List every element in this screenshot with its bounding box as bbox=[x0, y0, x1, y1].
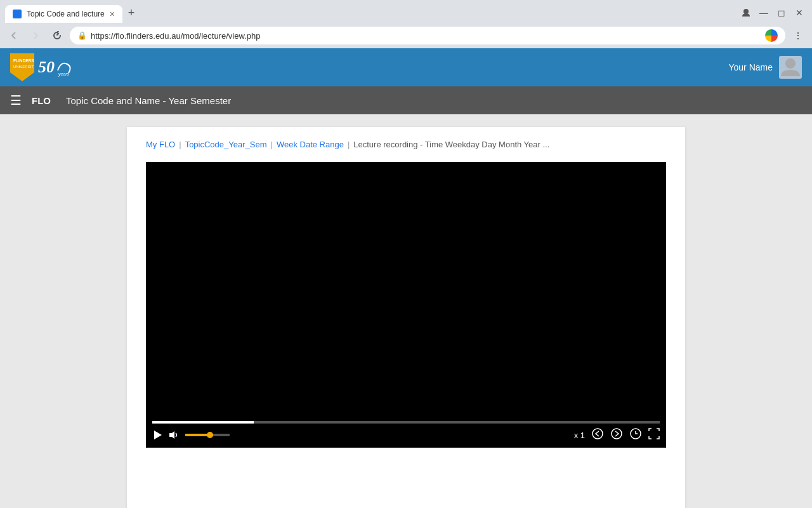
svg-point-5 bbox=[785, 58, 796, 69]
address-box[interactable]: 🔒 https://flo.flinders.edu.au/mod/lectur… bbox=[70, 27, 785, 44]
fifty-years-badge: 50 years bbox=[38, 58, 74, 77]
breadcrumb-sep-1: | bbox=[179, 140, 181, 149]
content-card: My FLO | TopicCode_Year_Sem | Week Date … bbox=[127, 127, 685, 508]
controls-row: x 1 bbox=[152, 427, 660, 443]
breadcrumb-topic-code[interactable]: TopicCode_Year_Sem bbox=[185, 140, 267, 149]
svg-point-0 bbox=[743, 9, 749, 14]
skip-forward-button[interactable] bbox=[610, 427, 623, 443]
hamburger-menu-button[interactable]: ☰ bbox=[10, 93, 22, 108]
flinders-shield-icon: FLINDERS UNIVERSITY bbox=[10, 53, 34, 81]
flinders-logo[interactable]: FLINDERS UNIVERSITY 50 years bbox=[10, 53, 74, 81]
skip-back-button[interactable] bbox=[591, 427, 604, 443]
breadcrumb-sep-2: | bbox=[271, 140, 273, 149]
nav-bar: ☰ FLO Topic Code and Name - Year Semeste… bbox=[0, 86, 812, 114]
svg-point-8 bbox=[593, 429, 603, 439]
forward-button[interactable] bbox=[27, 27, 44, 44]
username-label: Your Name bbox=[728, 62, 773, 72]
browser-window-controls: — ◻ ✕ bbox=[738, 5, 812, 23]
progress-bar-fill bbox=[152, 421, 254, 424]
speed-button[interactable]: x 1 bbox=[574, 431, 585, 440]
tab-close-button[interactable]: × bbox=[110, 10, 115, 18]
svg-marker-7 bbox=[169, 431, 174, 439]
progress-bar[interactable] bbox=[152, 421, 660, 424]
user-area: Your Name bbox=[728, 56, 802, 79]
svg-text:years: years bbox=[58, 72, 70, 77]
play-button[interactable] bbox=[152, 430, 162, 440]
svg-text:FLINDERS: FLINDERS bbox=[13, 58, 34, 63]
close-window-button[interactable]: ✕ bbox=[792, 5, 807, 20]
browser-chrome: Topic Code and lecture × + — ◻ ✕ bbox=[0, 0, 812, 48]
avatar[interactable] bbox=[779, 56, 802, 79]
svg-text:UNIVERSITY: UNIVERSITY bbox=[13, 65, 34, 69]
video-player[interactable]: x 1 bbox=[146, 162, 666, 448]
maximize-button[interactable]: ◻ bbox=[774, 5, 789, 20]
svg-marker-6 bbox=[154, 431, 162, 439]
replay-button[interactable] bbox=[629, 427, 642, 443]
volume-bar[interactable] bbox=[185, 434, 230, 436]
lock-icon: 🔒 bbox=[77, 31, 87, 40]
nav-topic-label: Topic Code and Name - Year Semester bbox=[66, 95, 231, 106]
tab-favicon bbox=[13, 10, 22, 18]
years-swirl-icon: years bbox=[55, 58, 74, 77]
svg-point-9 bbox=[612, 429, 622, 439]
address-text: https://flo.flinders.edu.au/mod/lecture/… bbox=[91, 31, 761, 41]
back-button[interactable] bbox=[5, 27, 23, 44]
nav-flo-label[interactable]: FLO bbox=[32, 95, 51, 106]
flo-header: FLINDERS UNIVERSITY 50 years Your Name bbox=[0, 48, 812, 86]
breadcrumb-my-flo[interactable]: My FLO bbox=[146, 140, 175, 149]
tab-label: Topic Code and lecture bbox=[27, 10, 105, 18]
browser-menu-button[interactable]: ⋮ bbox=[789, 27, 807, 44]
breadcrumb-sep-3: | bbox=[348, 140, 350, 149]
breadcrumb-week-range[interactable]: Week Date Range bbox=[277, 140, 344, 149]
breadcrumb: My FLO | TopicCode_Year_Sem | Week Date … bbox=[146, 140, 666, 149]
address-right-icons bbox=[765, 29, 778, 42]
new-tab-button[interactable]: + bbox=[122, 5, 140, 23]
user-icon[interactable] bbox=[738, 5, 754, 20]
video-controls: x 1 bbox=[146, 418, 666, 448]
minimize-button[interactable]: — bbox=[756, 5, 771, 20]
chrome-logo-icon bbox=[765, 29, 778, 42]
refresh-button[interactable] bbox=[48, 27, 66, 44]
fullscreen-button[interactable] bbox=[648, 428, 660, 442]
address-bar-row: 🔒 https://flo.flinders.edu.au/mod/lectur… bbox=[0, 23, 812, 48]
volume-button[interactable] bbox=[169, 430, 179, 440]
volume-thumb bbox=[207, 432, 213, 438]
active-tab[interactable]: Topic Code and lecture × bbox=[5, 5, 122, 23]
breadcrumb-current: Lecture recording - Time Weekday Day Mon… bbox=[353, 140, 549, 149]
tab-bar: Topic Code and lecture × + — ◻ ✕ bbox=[0, 0, 812, 23]
video-screen bbox=[146, 162, 666, 448]
main-content: My FLO | TopicCode_Year_Sem | Week Date … bbox=[0, 114, 812, 508]
